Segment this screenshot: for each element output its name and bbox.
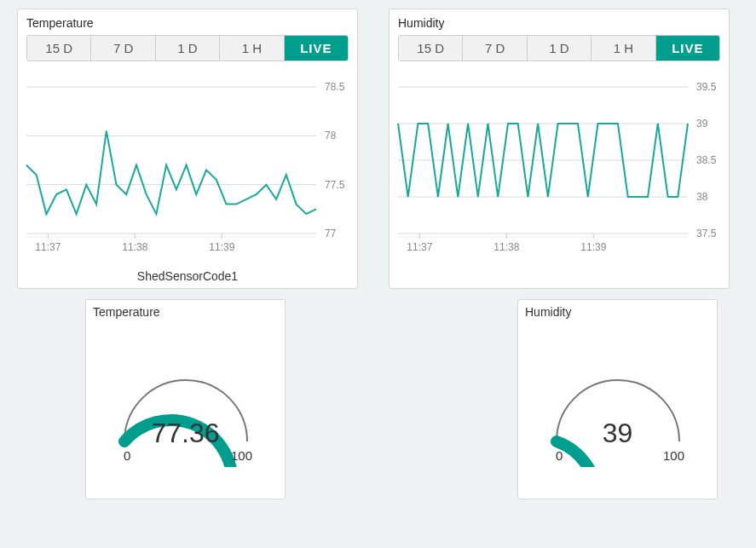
panel-title: Temperature [18,16,357,35]
range-tab-1d[interactable]: 1 D [156,36,220,61]
svg-text:78: 78 [325,130,337,141]
gauge-max: 100 [231,448,252,463]
range-tab-live[interactable]: LIVE [285,36,348,61]
range-tab-15d[interactable]: 15 D [27,36,91,61]
gauge-title: Humidity [525,305,710,322]
gauge-value: 77.36 [93,418,278,449]
range-tab-7d[interactable]: 7 D [91,36,155,61]
temperature-line-card: Temperature 15 D 7 D 1 D 1 H LIVE 7777.5… [17,9,358,289]
range-tab-1h[interactable]: 1 H [592,36,655,61]
panel-title: Humidity [390,16,729,35]
svg-text:11:39: 11:39 [580,241,606,253]
svg-text:38: 38 [696,191,708,203]
gauge-title: Temperature [93,305,278,322]
humidity-gauge: 39 0 100 [525,322,710,484]
range-tab-live[interactable]: LIVE [656,36,719,61]
range-tab-7d[interactable]: 7 D [463,36,527,61]
svg-text:11:39: 11:39 [209,241,234,253]
line-charts-row: Temperature 15 D 7 D 1 D 1 H LIVE 7777.5… [17,9,739,289]
temperature-gauge-card: Temperature 77.36 0 100 [85,299,286,499]
svg-text:77.5: 77.5 [325,179,345,191]
gauge-min: 0 [556,448,563,463]
range-tab-15d[interactable]: 15 D [399,36,463,61]
gauge-max: 100 [663,448,684,463]
svg-text:11:38: 11:38 [493,241,519,253]
svg-text:77: 77 [325,228,337,239]
humidity-gauge-card: Humidity 39 0 100 [517,299,718,499]
svg-text:11:37: 11:37 [407,241,432,253]
gauge-min: 0 [124,448,130,463]
range-tab-1h[interactable]: 1 H [220,36,284,61]
temperature-chart: 7777.57878.511:3711:3811:39 [18,72,357,268]
range-tabs-temperature: 15 D 7 D 1 D 1 H LIVE [26,35,349,61]
svg-text:78.5: 78.5 [325,81,345,93]
svg-text:39: 39 [696,118,708,130]
svg-text:11:38: 11:38 [122,241,147,253]
temperature-gauge: 77.36 0 100 [93,322,278,484]
gauge-value: 39 [525,418,710,449]
svg-text:39.5: 39.5 [696,81,717,93]
svg-text:38.5: 38.5 [696,154,717,166]
svg-text:37.5: 37.5 [696,228,717,239]
humidity-line-card: Humidity 15 D 7 D 1 D 1 H LIVE 37.53838.… [389,9,730,289]
svg-text:11:37: 11:37 [35,241,61,253]
range-tab-1d[interactable]: 1 D [528,36,592,61]
series-label: ShedSensorCode1 [18,268,357,283]
humidity-chart: 37.53838.53939.511:3711:3811:39 [390,72,729,268]
range-tabs-humidity: 15 D 7 D 1 D 1 H LIVE [398,35,720,61]
gauge-row: Temperature 77.36 0 100 Humidity 39 0 10… [17,299,739,499]
